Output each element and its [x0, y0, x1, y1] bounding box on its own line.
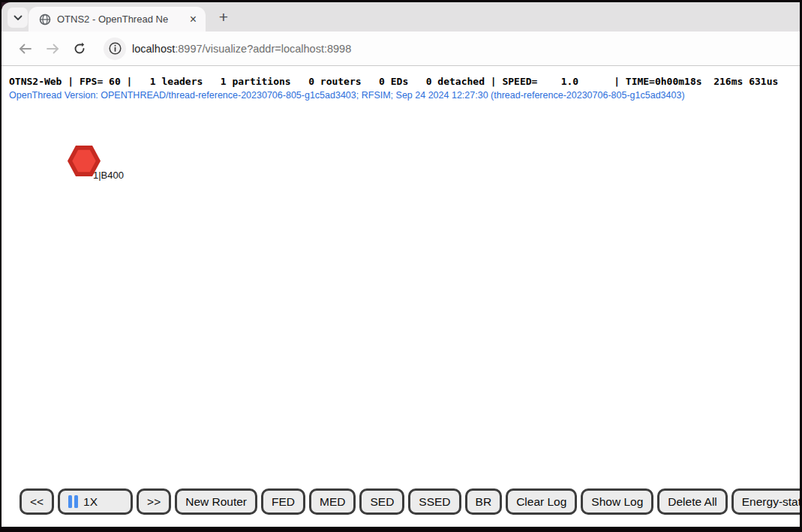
reload-icon: [73, 42, 86, 56]
simulation-canvas[interactable]: OTNS2-Web | FPS= 60 | 1 leaders 1 partit…: [2, 66, 800, 527]
tab-search-button[interactable]: [8, 8, 28, 28]
show-log-button[interactable]: Show Log: [581, 488, 653, 515]
forward-button[interactable]: [39, 44, 66, 54]
node-label: 1|B400: [93, 170, 124, 181]
back-button[interactable]: [12, 44, 39, 54]
new-med-button[interactable]: MED: [309, 488, 356, 515]
new-ssed-button[interactable]: SSED: [408, 488, 461, 515]
new-sed-button[interactable]: SED: [359, 488, 404, 515]
info-icon: [109, 42, 122, 55]
new-fed-button[interactable]: FED: [261, 488, 305, 515]
clear-log-button[interactable]: Clear Log: [506, 488, 577, 515]
speed-up-button[interactable]: >>: [137, 488, 171, 515]
reload-button[interactable]: [66, 42, 93, 56]
new-br-button[interactable]: BR: [465, 488, 503, 515]
speed-down-button[interactable]: <<: [20, 488, 54, 515]
sim-toolbar: << 1X >> New Router FED MED SED SSED BR …: [20, 488, 800, 515]
thread-node-leader[interactable]: 1|B400: [68, 146, 128, 191]
chevron-down-icon: [14, 15, 23, 21]
energy-stats-button[interactable]: Energy-stats ↗: [731, 488, 800, 515]
delete-all-button[interactable]: Delete All: [657, 488, 727, 515]
url-path: :8997/visualize?addr=localhost:8998: [175, 43, 351, 55]
forward-arrow-icon: [46, 44, 59, 54]
new-tab-button[interactable]: +: [215, 8, 233, 26]
url-field[interactable]: localhost:8997/visualize?addr=localhost:…: [132, 43, 351, 55]
new-router-button[interactable]: New Router: [175, 488, 257, 515]
browser-tab[interactable]: OTNS2 - OpenThread Ne ×: [29, 7, 206, 32]
pause-speed-button[interactable]: 1X: [58, 488, 133, 515]
pause-icon: [68, 495, 78, 508]
tab-title: OTNS2 - OpenThread Ne: [57, 14, 182, 25]
address-bar: localhost:8997/visualize?addr=localhost:…: [2, 32, 800, 66]
speed-label: 1X: [83, 495, 98, 509]
browser-window: OTNS2 - OpenThread Ne × +: [2, 2, 800, 527]
openthread-version-text: OpenThread Version: OPENTHREAD/thread-re…: [9, 90, 685, 101]
url-host: localhost: [132, 43, 175, 55]
tab-close-icon[interactable]: ×: [188, 14, 198, 26]
tab-strip: OTNS2 - OpenThread Ne × +: [2, 2, 800, 32]
site-info-button[interactable]: [104, 38, 126, 60]
globe-icon: [39, 14, 51, 26]
back-arrow-icon: [19, 44, 32, 54]
simulation-status-line: OTNS2-Web | FPS= 60 | 1 leaders 1 partit…: [9, 76, 778, 87]
